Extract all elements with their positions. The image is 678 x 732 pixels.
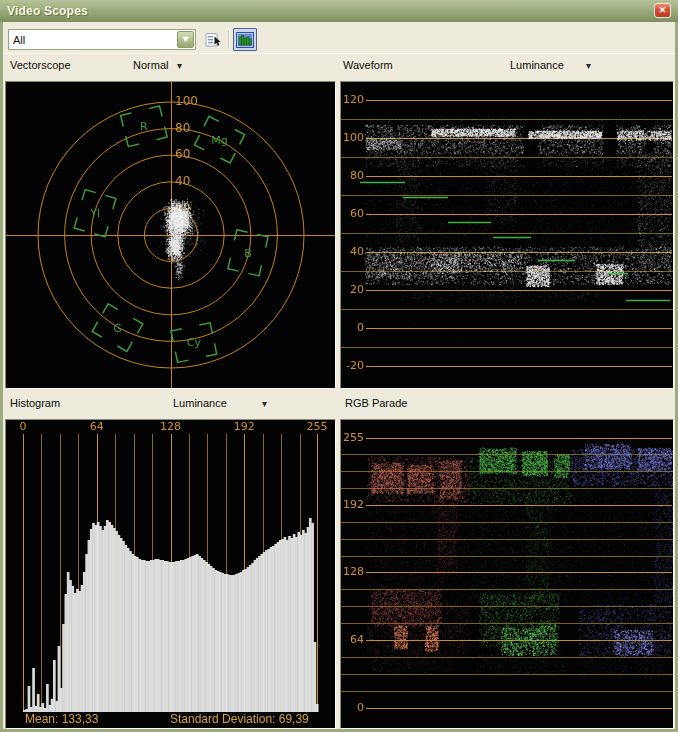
vectorscope-mode-dropdown[interactable]: Normal — [133, 59, 168, 71]
scope-header-row-bottom: Histogram Luminance ▾ RGB Parade — [3, 389, 675, 419]
list-picker-icon — [205, 32, 222, 48]
histogram-std-dev-value: Standard Deviation: 69,39 — [170, 712, 309, 726]
chevron-down-icon[interactable]: ▾ — [177, 60, 182, 71]
window-title: Video Scopes — [7, 4, 88, 18]
combobox-value: All — [9, 34, 177, 46]
close-icon: ✕ — [659, 6, 667, 15]
histogram-canvas — [6, 420, 335, 728]
rgb-parade-panel — [340, 419, 674, 729]
histogram-mode-dropdown[interactable]: Luminance — [173, 397, 227, 409]
waveform-mode-dropdown[interactable]: Luminance — [510, 59, 564, 71]
scopes-display-toggle-button[interactable] — [233, 28, 257, 51]
histogram-mean-value: Mean: 133,33 — [25, 712, 98, 726]
waveform-panel-title: Waveform — [343, 59, 393, 71]
toolbar-separator — [228, 31, 230, 48]
waveform-canvas — [341, 82, 673, 388]
vectorscope-panel-title: Vectorscope — [10, 59, 71, 71]
chevron-down-icon[interactable]: ▾ — [262, 398, 267, 409]
scope-header-row-top: Vectorscope Normal ▾ Waveform Luminance … — [3, 54, 675, 81]
chevron-down-icon[interactable]: ▾ — [586, 60, 591, 71]
rgb-parade-canvas — [341, 420, 673, 728]
vectorscope-canvas — [6, 82, 335, 388]
rgb-parade-panel-title: RGB Parade — [345, 397, 407, 409]
close-button[interactable]: ✕ — [654, 3, 671, 18]
vectorscope-panel — [5, 81, 336, 389]
histogram-panel-title: Histogram — [10, 397, 60, 409]
window-titlebar[interactable]: Video Scopes ✕ — [0, 0, 678, 22]
waveform-panel — [340, 81, 674, 389]
client-area: All ▼ — [3, 22, 675, 729]
scope-preset-combobox[interactable]: All ▼ — [8, 29, 196, 50]
combobox-dropdown-button[interactable]: ▼ — [177, 31, 194, 48]
histogram-panel — [5, 419, 336, 729]
pick-scopes-button[interactable] — [202, 29, 224, 50]
chevron-down-icon: ▼ — [180, 35, 191, 44]
toolbar: All ▼ — [3, 22, 675, 54]
histogram-icon — [236, 32, 254, 48]
